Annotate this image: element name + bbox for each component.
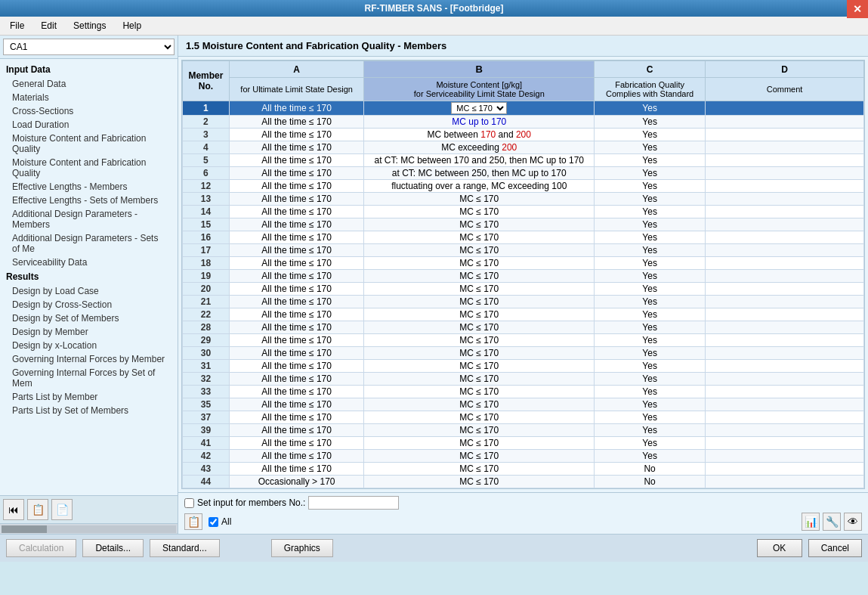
table-row[interactable]: 14All the time ≤ 170MC ≤ 170Yes	[183, 206, 864, 218]
table-row[interactable]: 33All the time ≤ 170MC ≤ 170Yes	[183, 386, 864, 398]
mc-dropdown[interactable]: MC ≤ 170	[451, 102, 507, 114]
table-row[interactable]: 16All the time ≤ 170MC ≤ 170Yes	[183, 231, 864, 244]
members-no-input[interactable]	[308, 496, 399, 510]
nav-item-governing-set[interactable]: Governing Internal Forces by Set of Mem	[0, 366, 178, 390]
cell-col-b[interactable]: MC ≤ 170	[364, 231, 595, 244]
cell-col-b[interactable]: MC exceeding 200	[364, 141, 595, 154]
table-row[interactable]: 41All the time ≤ 170MC ≤ 170Yes	[183, 437, 864, 450]
details-button[interactable]: Details...	[82, 539, 144, 557]
cell-col-d[interactable]	[706, 193, 864, 206]
nav-item-materials[interactable]: Materials	[0, 91, 178, 104]
left-icon-3[interactable]: 📄	[51, 499, 73, 520]
cell-col-a[interactable]: All the time ≤ 170	[229, 360, 363, 373]
table-row[interactable]: 20All the time ≤ 170MC ≤ 170Yes	[183, 283, 864, 296]
cell-col-a[interactable]: All the time ≤ 170	[229, 141, 363, 154]
nav-item-general-data[interactable]: General Data	[0, 77, 178, 91]
cell-col-d[interactable]	[706, 360, 864, 373]
cell-col-b[interactable]: MC ≤ 170	[364, 488, 595, 490]
table-row[interactable]: 15All the time ≤ 170MC ≤ 170Yes	[183, 218, 864, 231]
cell-col-a[interactable]: All the time ≤ 170	[229, 321, 363, 334]
cell-col-a[interactable]: All the time ≤ 170	[229, 257, 363, 270]
cell-col-a[interactable]: All the time ≤ 170	[229, 129, 363, 141]
cell-col-b[interactable]: MC ≤ 170	[364, 270, 595, 283]
cell-col-b[interactable]: MC ≤ 170	[364, 206, 595, 218]
table-row[interactable]: 2All the time ≤ 170MC up to 170Yes	[183, 116, 864, 129]
cell-col-a[interactable]: All the time ≤ 170	[229, 296, 363, 308]
cell-col-d[interactable]	[706, 488, 864, 490]
cell-col-a[interactable]: All the time ≤ 170	[229, 270, 363, 283]
cell-col-d[interactable]	[706, 283, 864, 296]
cell-col-b[interactable]: MC ≤ 170	[364, 218, 595, 231]
menu-settings[interactable]: Settings	[66, 18, 113, 33]
cell-col-b[interactable]: MC ≤ 170	[364, 283, 595, 296]
table-row[interactable]: 30All the time ≤ 170MC ≤ 170Yes	[183, 347, 864, 360]
cell-col-d[interactable]	[706, 180, 864, 193]
calculation-button[interactable]: Calculation	[6, 539, 76, 557]
cell-col-b[interactable]: MC ≤ 170	[364, 308, 595, 321]
nav-item-load-duration[interactable]: Load Duration	[0, 118, 178, 132]
cell-col-a[interactable]: All the time ≤ 170	[229, 206, 363, 218]
set-input-checkbox[interactable]	[184, 498, 194, 508]
table-row[interactable]: 5All the time ≤ 170at CT: MC between 170…	[183, 154, 864, 167]
copy-icon-btn[interactable]: 📋	[184, 513, 202, 530]
cell-col-d[interactable]	[706, 296, 864, 308]
cell-col-a[interactable]: All the time ≤ 170	[229, 193, 363, 206]
cell-col-d[interactable]	[706, 437, 864, 450]
table-row[interactable]: 44Occasionally > 170MC ≤ 170No	[183, 476, 864, 488]
cell-col-b[interactable]: MC ≤ 170	[364, 321, 595, 334]
cell-col-b[interactable]: MC ≤ 170	[364, 476, 595, 488]
cell-col-d[interactable]	[706, 167, 864, 180]
nav-item-parts-set[interactable]: Parts List by Set of Members	[0, 404, 178, 417]
table-row[interactable]: 39All the time ≤ 170MC ≤ 170Yes	[183, 424, 864, 437]
nav-item-eff-lengths-sets[interactable]: Effective Lengths - Sets of Members	[0, 194, 178, 207]
table-row[interactable]: 31All the time ≤ 170MC ≤ 170Yes	[183, 360, 864, 373]
left-scrollbar[interactable]	[0, 523, 178, 534]
nav-item-mc-members[interactable]: Moisture Content and Fabrication Quality	[0, 132, 178, 156]
cell-col-a[interactable]: All the time ≤ 170	[229, 154, 363, 167]
table-row[interactable]: 18All the time ≤ 170MC ≤ 170Yes	[183, 257, 864, 270]
cell-col-d[interactable]	[706, 129, 864, 141]
cell-col-d[interactable]	[706, 321, 864, 334]
cell-col-d[interactable]	[706, 244, 864, 257]
cell-col-b[interactable]: MC ≤ 170	[364, 360, 595, 373]
cell-col-a[interactable]: All the time ≤ 170	[229, 424, 363, 437]
table-row[interactable]: 6All the time ≤ 170at CT: MC between 250…	[183, 167, 864, 180]
cell-col-d[interactable]	[706, 463, 864, 476]
cell-col-b[interactable]: MC ≤ 170	[364, 193, 595, 206]
table-row[interactable]: 43All the time ≤ 170MC ≤ 170No	[183, 463, 864, 476]
cell-col-b[interactable]: MC ≤ 170	[364, 296, 595, 308]
cell-col-a[interactable]: All the time ≤ 170	[229, 231, 363, 244]
cell-col-a[interactable]: All the time ≤ 170	[229, 180, 363, 193]
cell-col-b[interactable]: fluctuating over a range, MC exceeding 1…	[364, 180, 595, 193]
table-row[interactable]: 37All the time ≤ 170MC ≤ 170Yes	[183, 411, 864, 424]
table-row[interactable]: 1All the time ≤ 170MC ≤ 170Yes	[183, 101, 864, 116]
cell-col-b[interactable]: MC ≤ 170	[364, 398, 595, 411]
menu-file[interactable]: File	[3, 18, 31, 33]
cell-col-d[interactable]	[706, 206, 864, 218]
table-row[interactable]: 22All the time ≤ 170MC ≤ 170Yes	[183, 308, 864, 321]
cell-col-b[interactable]: MC ≤ 170	[364, 450, 595, 463]
nav-item-adp-members[interactable]: Additional Design Parameters - Members	[0, 207, 178, 231]
cell-col-d[interactable]	[706, 424, 864, 437]
all-checkbox[interactable]	[209, 517, 218, 527]
cell-col-d[interactable]	[706, 373, 864, 386]
cell-col-a[interactable]: All the time ≤ 170	[229, 373, 363, 386]
table-row[interactable]: 21All the time ≤ 170MC ≤ 170Yes	[183, 296, 864, 308]
table-row[interactable]: 19All the time ≤ 170MC ≤ 170Yes	[183, 270, 864, 283]
cell-col-a[interactable]: All the time ≤ 170	[229, 398, 363, 411]
nav-item-design-cross-section[interactable]: Design by Cross-Section	[0, 298, 178, 311]
left-icon-2[interactable]: 📋	[27, 499, 48, 520]
settings-icon-btn[interactable]: 🔧	[823, 513, 841, 531]
cell-col-b[interactable]: MC ≤ 170	[364, 463, 595, 476]
cancel-button[interactable]: Cancel	[808, 539, 862, 557]
table-row[interactable]: 29All the time ≤ 170MC ≤ 170Yes	[183, 334, 864, 347]
cell-col-d[interactable]	[706, 154, 864, 167]
cell-col-d[interactable]	[706, 386, 864, 398]
table-row[interactable]: 42All the time ≤ 170MC ≤ 170Yes	[183, 450, 864, 463]
table-row[interactable]: 17All the time ≤ 170MC ≤ 170Yes	[183, 244, 864, 257]
cell-col-b[interactable]: MC ≤ 170	[364, 386, 595, 398]
cell-col-a[interactable]: All the time ≤ 170	[229, 347, 363, 360]
cell-col-b[interactable]: MC between 170 and 200	[364, 129, 595, 141]
cell-col-d[interactable]	[706, 450, 864, 463]
cell-col-a[interactable]: All the time ≤ 170	[229, 283, 363, 296]
